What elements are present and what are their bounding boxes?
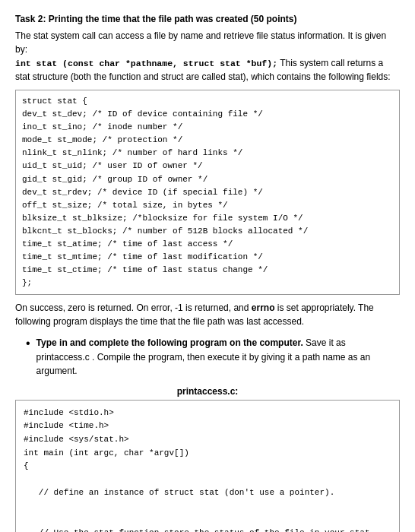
errno-text: errno	[252, 302, 275, 313]
main-code-block: #include <stdio.h> #include <time.h> #in…	[15, 400, 400, 532]
struct-code-block: struct stat { dev_t st_dev; /* ID of dev…	[15, 90, 400, 295]
task-title: Task 2: Printing the time that the file …	[15, 14, 400, 24]
function-signature: int stat (const char *pathname, struct s…	[15, 59, 277, 68]
page-container: Task 2: Printing the time that the file …	[15, 14, 400, 532]
bullet-section: • Type in and complete the following pro…	[26, 336, 400, 378]
bullet-bold: Type in and complete the following progr…	[36, 337, 303, 348]
file-label: printaccess.c:	[15, 386, 400, 397]
task-intro: The stat system call can access a file b…	[15, 29, 400, 84]
intro-text: The stat system call can access a file b…	[15, 30, 386, 55]
bullet-dot: •	[26, 336, 30, 378]
bullet-text: Type in and complete the following progr…	[36, 336, 400, 378]
success-description: On success, zero is returned. On error, …	[15, 301, 400, 328]
success-text: On success, zero is returned. On error, …	[15, 302, 252, 313]
bullet-item: • Type in and complete the following pro…	[26, 336, 400, 378]
